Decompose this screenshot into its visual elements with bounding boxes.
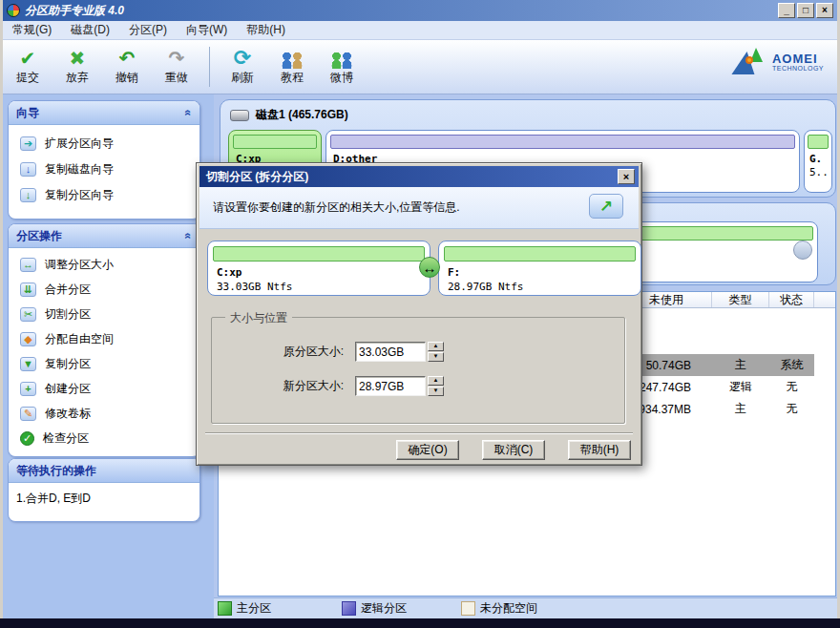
dialog-body: C:xp 33.03GB Ntfs ↔ F: 28.97GB Ntfs 大小与位… xyxy=(200,229,639,464)
minimize-button[interactable]: _ xyxy=(778,3,795,18)
menu-partition[interactable]: 分区(P) xyxy=(119,20,177,40)
disk-icon xyxy=(230,110,249,121)
refresh-icon: ⟳ xyxy=(234,48,251,69)
commit-check-icon: ✔ xyxy=(20,48,36,69)
merge-partition-icon: ⇊ xyxy=(20,283,36,297)
legend-bar: 主分区 逻辑分区 未分配空间 xyxy=(214,597,837,618)
copy-partition-icon: ▼ xyxy=(20,357,36,371)
weibo-people-icon xyxy=(331,48,352,69)
resize-partition-icon: ↔ xyxy=(20,258,36,272)
allocate-free-space-icon: ◆ xyxy=(20,332,36,346)
pending-operations-panel: 等待执行的操作 1.合并D, E到D xyxy=(8,458,200,522)
copy-disk-wizard-icon: ↓ xyxy=(20,162,36,177)
original-size-label: 原分区大小: xyxy=(212,344,355,360)
resize-handle[interactable] xyxy=(793,241,812,260)
collapse-chevron-icon[interactable]: « xyxy=(182,233,196,240)
operations-panel-header: 分区操作 « xyxy=(9,224,200,248)
collapse-chevron-icon[interactable]: « xyxy=(182,110,196,116)
tutorial-button[interactable]: 教程 xyxy=(267,44,317,90)
new-size-label: 新分区大小: xyxy=(212,378,355,394)
cancel-button[interactable]: 取消(C) xyxy=(482,440,545,460)
copy-partition-wizard-icon: ↓ xyxy=(20,188,36,202)
legend-unallocated: 未分配空间 xyxy=(461,600,537,617)
split-disk-icon: ↗ xyxy=(589,194,623,219)
pending-operation-item[interactable]: 1.合并D, E到D xyxy=(9,483,200,514)
split-partition-dialog: 切割分区 (拆分分区) × 请设置你要创建的新分区的相关大小,位置等信息. ↗ … xyxy=(196,162,642,466)
app-logo-icon xyxy=(7,4,20,17)
pending-operations-header: 等待执行的操作 xyxy=(9,459,200,483)
toolbar: ✔ 提交 ✖ 放弃 ↶ 撤销 ↷ 重做 ⟳ 刷新 教程 xyxy=(3,40,837,94)
undo-button[interactable]: ↶ 撤销 xyxy=(102,44,152,90)
change-label-icon: ✎ xyxy=(20,407,36,421)
window-left-edge xyxy=(0,0,3,618)
window-bottom-edge xyxy=(0,618,840,628)
ok-button[interactable]: 确定(O) xyxy=(396,440,459,460)
new-size-up-icon[interactable]: ▲ xyxy=(428,376,444,386)
dialog-description: 请设置你要创建的新分区的相关大小,位置等信息. xyxy=(213,199,460,216)
dialog-partition-new[interactable]: F: 28.97GB Ntfs xyxy=(438,241,641,296)
app-window: 分区助手专业版 4.0 _ □ × 常规(G) 磁盘(D) 分区(P) 向导(W… xyxy=(0,0,840,628)
split-drag-handle-icon[interactable]: ↔ xyxy=(419,257,440,278)
wizards-panel-header: 向导 « xyxy=(9,101,200,125)
menu-wizard[interactable]: 向导(W) xyxy=(177,20,237,40)
sidebar-item-copy-partition-wizard[interactable]: ↓ 复制分区向导 xyxy=(12,182,196,208)
extend-partition-wizard-icon: ➔ xyxy=(20,136,36,151)
size-location-groupbox: 大小与位置 原分区大小: 33.03GB ▲ ▼ 新分区大小: 28.97GB … xyxy=(211,317,625,424)
maximize-button[interactable]: □ xyxy=(797,3,814,18)
sidebar: 向导 « ➔ 扩展分区向导 ↓ 复制磁盘向导 ↓ 复制分区向导 xyxy=(3,94,214,618)
new-size-down-icon[interactable]: ▼ xyxy=(428,387,444,396)
close-button[interactable]: × xyxy=(816,3,833,18)
dialog-title: 切割分区 (拆分分区) xyxy=(206,169,618,185)
sidebar-item-split-partition[interactable]: ✂ 切割分区 xyxy=(12,302,196,326)
unallocated-space-swatch-icon xyxy=(461,601,475,616)
aomei-logo-icon xyxy=(734,48,766,76)
redo-arrow-icon: ↷ xyxy=(169,48,185,69)
legend-logical: 逻辑分区 xyxy=(342,600,407,617)
check-partition-icon: ✓ xyxy=(20,431,34,446)
sidebar-item-check-partition[interactable]: ✓ 检查分区 xyxy=(12,426,196,450)
column-header-status[interactable]: 状态 xyxy=(769,292,814,307)
sidebar-item-resize-partition[interactable]: ↔ 调整分区大小 xyxy=(12,252,196,277)
sidebar-item-create-partition[interactable]: + 创建分区 xyxy=(12,376,196,401)
column-header-type[interactable]: 类型 xyxy=(712,292,769,307)
refresh-button[interactable]: ⟳ 刷新 xyxy=(218,44,267,90)
dialog-partition-original[interactable]: C:xp 33.03GB Ntfs xyxy=(207,241,430,296)
redo-button[interactable]: ↷ 重做 xyxy=(152,44,201,90)
original-size-input[interactable]: 33.03GB xyxy=(355,342,426,362)
partition-block-g[interactable]: G. 5.. xyxy=(804,130,832,193)
discard-cross-icon: ✖ xyxy=(70,48,86,69)
menu-help[interactable]: 帮助(H) xyxy=(237,20,295,40)
aomei-logo: AOMEI TECHNOLOGY xyxy=(734,48,824,76)
disk1-title: 磁盘1 (465.76GB) xyxy=(256,107,348,123)
sidebar-item-extend-partition-wizard[interactable]: ➔ 扩展分区向导 xyxy=(12,131,196,157)
create-partition-icon: + xyxy=(20,382,36,396)
app-title: 分区助手专业版 4.0 xyxy=(25,3,778,19)
sidebar-item-copy-partition[interactable]: ▼ 复制分区 xyxy=(12,351,196,376)
dialog-separator xyxy=(205,432,633,434)
tutorial-people-icon xyxy=(282,48,303,69)
new-size-input[interactable]: 28.97GB xyxy=(355,376,426,396)
help-button[interactable]: 帮助(H) xyxy=(568,440,631,460)
dialog-close-button[interactable]: × xyxy=(618,169,635,184)
weibo-button[interactable]: 微博 xyxy=(317,44,367,90)
toolbar-separator xyxy=(209,47,210,87)
menu-disk[interactable]: 磁盘(D) xyxy=(61,20,119,40)
sidebar-item-allocate-free-space[interactable]: ◆ 分配自由空间 xyxy=(12,326,196,351)
discard-button[interactable]: ✖ 放弃 xyxy=(52,44,102,90)
dialog-title-bar: 切割分区 (拆分分区) × xyxy=(200,166,639,187)
operations-panel: 分区操作 « ↔ 调整分区大小 ⇊ 合并分区 ✂ 切割分区 ◆ 分配自 xyxy=(8,223,200,457)
split-partition-icon: ✂ xyxy=(20,307,36,322)
commit-button[interactable]: ✔ 提交 xyxy=(3,44,52,90)
sidebar-item-copy-disk-wizard[interactable]: ↓ 复制磁盘向导 xyxy=(12,157,196,182)
original-size-up-icon[interactable]: ▲ xyxy=(428,342,444,351)
primary-partition-swatch-icon xyxy=(218,601,232,616)
logical-partition-swatch-icon xyxy=(342,601,356,616)
menu-general[interactable]: 常规(G) xyxy=(3,20,61,40)
sidebar-item-merge-partition[interactable]: ⇊ 合并分区 xyxy=(12,277,196,302)
dialog-header: 请设置你要创建的新分区的相关大小,位置等信息. ↗ xyxy=(200,187,639,229)
wizards-panel: 向导 « ➔ 扩展分区向导 ↓ 复制磁盘向导 ↓ 复制分区向导 xyxy=(8,100,200,220)
original-size-down-icon[interactable]: ▼ xyxy=(428,352,444,362)
sidebar-item-change-label[interactable]: ✎ 修改卷标 xyxy=(12,401,196,426)
title-bar: 分区助手专业版 4.0 _ □ × xyxy=(3,0,837,21)
legend-primary: 主分区 xyxy=(218,600,271,617)
